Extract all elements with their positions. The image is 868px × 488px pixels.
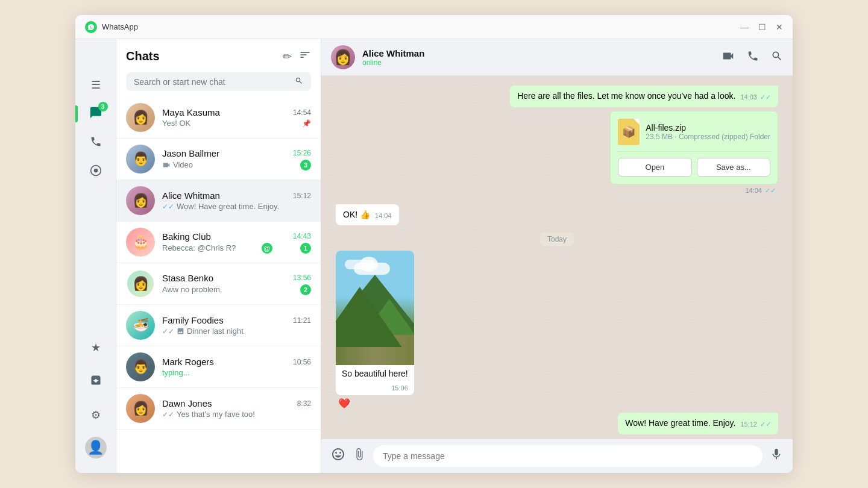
new-chat-button[interactable]: ✏ bbox=[283, 50, 292, 63]
search-bar bbox=[116, 69, 321, 97]
message-input-area bbox=[321, 439, 793, 473]
chat-name: Mark Rogers bbox=[162, 357, 214, 367]
starred-button[interactable]: ★ bbox=[84, 336, 108, 360]
chat-time: 8:32 bbox=[297, 399, 311, 408]
attach-button[interactable] bbox=[353, 448, 366, 465]
message-text: Wow! Have great time. Enjoy. bbox=[625, 418, 735, 428]
search-wrapper[interactable] bbox=[126, 72, 311, 91]
unread-badge: 2 bbox=[300, 284, 311, 295]
voice-call-button[interactable] bbox=[747, 50, 759, 65]
chat-info: Mark Rogers 10:56 typing... bbox=[162, 357, 311, 377]
emoji-button[interactable] bbox=[331, 447, 345, 465]
chat-info: Jason Ballmer 15:26 Video 3 bbox=[162, 148, 311, 170]
window-controls: — ☐ ✕ bbox=[740, 22, 783, 32]
message-time: 14:04 bbox=[745, 187, 762, 194]
app-logo bbox=[85, 21, 97, 33]
avatar-icon: 👤 bbox=[87, 440, 104, 455]
bubble: OK! 👍 14:04 bbox=[336, 204, 399, 226]
list-item[interactable]: 👩 Maya Kasuma 14:54 Yes! OK 📌 bbox=[116, 97, 321, 139]
chat-preview: ✓✓ Wow! Have great time. Enjoy. bbox=[162, 202, 279, 211]
message-text: Here are all the files. Let me know once… bbox=[517, 91, 735, 101]
contact-info: Alice Whitman online bbox=[362, 48, 722, 67]
avatar: 👩 bbox=[126, 103, 155, 132]
message-bubble: 📦 All-files.zip 23.5 MB · Compressed (zi… bbox=[336, 111, 778, 195]
list-item[interactable]: 🍜 Family Foodies 11:21 ✓✓ Dinner last ni… bbox=[116, 305, 321, 346]
message-time: 15:06 bbox=[391, 384, 408, 392]
sidebar-item-chats[interactable]: 3 bbox=[84, 102, 108, 126]
list-item[interactable]: 🎂 Baking Club 14:43 Rebecca: @Chris R? @… bbox=[116, 222, 321, 263]
list-item[interactable]: 👨 Jason Ballmer 15:26 Video 3 bbox=[116, 139, 321, 180]
avatar: 👩 bbox=[126, 186, 155, 215]
bubble: Here are all the files. Let me know once… bbox=[510, 86, 778, 107]
app-title: WhatsApp bbox=[102, 22, 740, 31]
file-bubble: 📦 All-files.zip 23.5 MB · Compressed (zi… bbox=[610, 111, 778, 184]
open-file-button[interactable]: Open bbox=[618, 158, 691, 177]
star-icon: ★ bbox=[91, 341, 101, 354]
avatar: 🎂 bbox=[126, 228, 155, 257]
archive-icon bbox=[90, 374, 102, 389]
file-details: All-files.zip 23.5 MB · Compressed (zipp… bbox=[646, 123, 770, 141]
close-button[interactable]: ✕ bbox=[776, 22, 783, 32]
pin-icon: 📌 bbox=[302, 119, 311, 128]
sidebar-item-status[interactable] bbox=[84, 160, 108, 184]
sidebar-item-calls[interactable] bbox=[84, 131, 108, 155]
chat-name: Family Foodies bbox=[162, 315, 224, 325]
typing-indicator: typing... bbox=[162, 368, 190, 377]
header-actions: ✏ bbox=[283, 49, 311, 64]
filter-button[interactable] bbox=[299, 49, 311, 64]
chat-name: Jason Ballmer bbox=[162, 148, 219, 158]
chat-info: Baking Club 14:43 Rebecca: @Chris R? @ 1 bbox=[162, 231, 311, 254]
chat-time: 14:43 bbox=[293, 232, 311, 240]
chat-time: 10:56 bbox=[293, 358, 311, 366]
unread-badge: 1 bbox=[300, 243, 311, 254]
chat-name: Alice Whitman bbox=[162, 190, 220, 201]
list-item[interactable]: 👩 Dawn Jones 8:32 ✓✓ Yes that's my fave … bbox=[116, 388, 321, 430]
chat-name: Dawn Jones bbox=[162, 398, 212, 408]
calls-icon bbox=[90, 136, 102, 151]
maximize-button[interactable]: ☐ bbox=[758, 22, 766, 32]
list-item[interactable]: 👩 Stasa Benko 13:56 Aww no problem. 2 bbox=[116, 263, 321, 305]
sidebar-item-menu[interactable]: ☰ bbox=[84, 73, 108, 97]
messages-area: Here are all the files. Let me know once… bbox=[321, 76, 793, 439]
sidebar: ☰ 3 ★ bbox=[75, 39, 116, 473]
settings-icon: ⚙ bbox=[91, 408, 101, 422]
chat-preview: typing... bbox=[162, 368, 190, 377]
date-divider: Today bbox=[336, 235, 778, 243]
chat-name: Stasa Benko bbox=[162, 273, 213, 283]
message-bubble: OK! 👍 14:04 bbox=[336, 204, 778, 226]
minimize-button[interactable]: — bbox=[740, 22, 749, 32]
message-time: 15:12 ✓✓ bbox=[740, 420, 771, 429]
archive-button[interactable] bbox=[84, 369, 108, 393]
profile-avatar[interactable]: 👤 bbox=[85, 437, 107, 458]
chat-time: 11:21 bbox=[293, 316, 311, 325]
message-input[interactable] bbox=[373, 445, 763, 467]
mountain-image bbox=[336, 251, 414, 365]
contact-status: online bbox=[362, 58, 722, 67]
search-chat-button[interactable] bbox=[771, 50, 783, 65]
chat-time: 15:26 bbox=[293, 149, 311, 157]
chats-badge: 3 bbox=[98, 102, 108, 111]
message-time: 14:04 bbox=[375, 211, 392, 221]
chat-preview: Video bbox=[162, 160, 193, 169]
list-item[interactable]: 👨 Mark Rogers 10:56 typing... bbox=[116, 346, 321, 388]
message-bubble: Wow! Have great time. Enjoy. 15:12 ✓✓ bbox=[336, 413, 778, 434]
avatar: 👨 bbox=[126, 352, 155, 381]
video-call-button[interactable] bbox=[722, 49, 735, 66]
search-input[interactable] bbox=[134, 77, 295, 87]
contact-avatar[interactable]: 👩 bbox=[331, 45, 355, 69]
tick-icon: ✓✓ bbox=[765, 187, 776, 194]
microphone-button[interactable] bbox=[770, 448, 783, 465]
chat-preview: Aww no problem. bbox=[162, 285, 222, 294]
unread-badge: 3 bbox=[300, 160, 311, 170]
file-info: 📦 All-files.zip 23.5 MB · Compressed (zi… bbox=[618, 119, 770, 145]
list-item[interactable]: 👩 Alice Whitman 15:12 ✓✓ Wow! Have great… bbox=[116, 180, 321, 222]
message-bubble: Here are all the files. Let me know once… bbox=[336, 86, 778, 107]
chat-time: 13:56 bbox=[293, 274, 311, 282]
double-tick-icon: ✓✓ bbox=[162, 202, 174, 211]
menu-icon: ☰ bbox=[91, 78, 101, 92]
chat-actions bbox=[722, 49, 783, 66]
chat-header: 👩 Alice Whitman online bbox=[321, 39, 793, 76]
chat-info: Maya Kasuma 14:54 Yes! OK 📌 bbox=[162, 107, 311, 128]
settings-button[interactable]: ⚙ bbox=[84, 403, 108, 427]
save-file-button[interactable]: Save as... bbox=[697, 158, 770, 177]
